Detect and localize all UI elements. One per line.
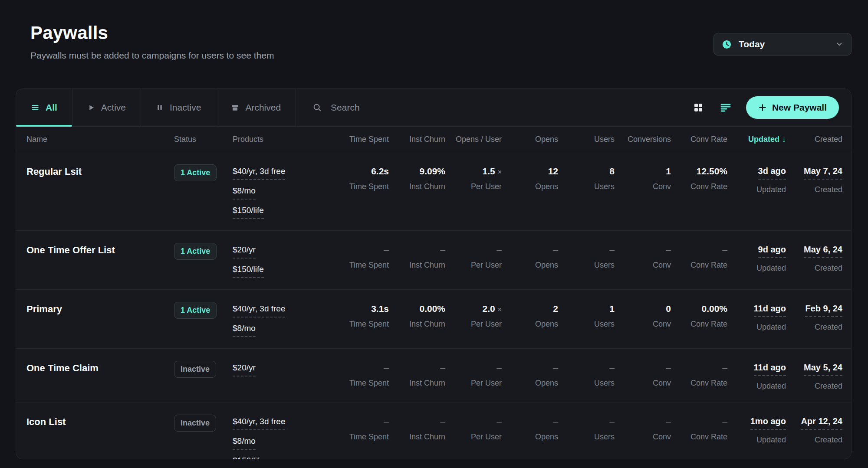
created-cell: May 5, 24Created — [786, 361, 842, 391]
updated-cell: 9d agoUpdated — [727, 243, 786, 278]
column-header-conversions[interactable]: Conversions — [615, 135, 671, 144]
updated-value[interactable]: 11d ago — [754, 304, 786, 317]
metric-label: Time Spent — [349, 432, 389, 442]
metric-label: Conv Rate — [690, 432, 727, 442]
column-header-users[interactable]: Users — [558, 135, 615, 144]
product-item[interactable]: $40/yr, 3d free — [233, 304, 285, 317]
period-selector[interactable]: Today — [713, 33, 852, 56]
metric-cell-time-spent: –Time Spent — [332, 415, 389, 459]
tab-archived[interactable]: Archived — [216, 89, 296, 126]
tab-inactive[interactable]: Inactive — [141, 89, 216, 126]
updated-cell: 3d agoUpdated — [727, 164, 786, 219]
column-header-opens[interactable]: Opens — [502, 135, 558, 144]
metric-value: 1 — [609, 304, 615, 314]
product-item[interactable]: $20/yr — [233, 245, 256, 259]
metric-cell-per-user: –Per User — [445, 415, 502, 459]
new-paywall-label: New Paywall — [772, 102, 827, 113]
search-input[interactable] — [330, 102, 514, 113]
column-header-products[interactable]: Products — [233, 135, 332, 144]
created-value[interactable]: Apr 12, 24 — [801, 416, 842, 430]
product-item[interactable]: $8/mo — [233, 324, 256, 337]
updated-value[interactable]: 9d ago — [758, 245, 786, 258]
updated-value[interactable]: 3d ago — [758, 166, 786, 180]
metric-cell-opens: –Opens — [502, 415, 558, 459]
tab-label: Inactive — [170, 102, 201, 113]
metric-cell-conv-rate: –Conv Rate — [671, 415, 727, 459]
product-item[interactable]: $40/yr, 3d free — [233, 417, 285, 430]
metric-empty: – — [722, 245, 727, 255]
table-row[interactable]: Icon ListInactive$40/yr, 3d free$8/mo$15… — [16, 403, 851, 459]
product-item[interactable]: $40/yr, 3d free — [233, 167, 285, 180]
created-value[interactable]: May 5, 24 — [804, 363, 842, 376]
metric-label: Inst Churn — [409, 379, 445, 388]
tab-all[interactable]: All — [16, 89, 72, 126]
product-item[interactable]: $8/mo — [233, 436, 256, 450]
paywall-name: One Time Claim — [26, 361, 174, 374]
updated-value[interactable]: 11d ago — [754, 363, 786, 376]
column-header-name[interactable]: Name — [26, 135, 174, 144]
created-label: Created — [815, 264, 842, 273]
metric-empty: – — [609, 416, 615, 426]
products-cell: $20/yr$150/life — [233, 243, 332, 278]
table-row[interactable]: One Time ClaimInactive$20/yr–Time Spent–… — [16, 349, 851, 403]
metric-label: Opens — [535, 182, 558, 191]
metric-value: 9.09% — [419, 166, 445, 177]
product-item[interactable]: $150/life — [233, 206, 264, 219]
status-badge: 1 Active — [174, 243, 217, 260]
product-item[interactable]: $20/yr — [233, 363, 256, 376]
product-item[interactable]: $150/life — [233, 265, 264, 278]
metric-cell-opens: –Opens — [502, 243, 558, 278]
updated-value[interactable]: 1mo ago — [750, 416, 786, 430]
metric-label: Conv — [653, 379, 671, 388]
metric-cell-conv: 0Conv — [615, 302, 671, 337]
play-icon — [87, 104, 95, 111]
metric-label: Users — [594, 379, 615, 388]
metric-empty: – — [666, 416, 671, 426]
metric-label: Inst Churn — [409, 320, 445, 329]
metric-cell-inst-churn: –Inst Churn — [389, 361, 445, 391]
metric-value: – — [722, 245, 727, 255]
updated-label: Updated — [756, 323, 786, 332]
metric-empty: – — [496, 363, 502, 373]
column-header-conv-rate[interactable]: Conv Rate — [671, 135, 727, 144]
created-value[interactable]: May 7, 24 — [804, 166, 842, 180]
table-row[interactable]: One Time Offer List1 Active$20/yr$150/li… — [16, 231, 851, 290]
column-header-time-spent[interactable]: Time Spent — [332, 135, 389, 144]
column-header-updated[interactable]: Updated↓ — [727, 135, 786, 144]
column-header-inst-churn[interactable]: Inst Churn — [389, 135, 445, 144]
page-subtitle: Paywalls must be added to campaigns for … — [30, 50, 274, 61]
metric-value-text: 8 — [609, 166, 615, 176]
metric-empty: – — [384, 416, 389, 426]
table-row[interactable]: Regular Lsit1 Active$40/yr, 3d free$8/mo… — [16, 152, 851, 231]
metric-value: – — [440, 363, 445, 373]
metric-label: Users — [594, 182, 615, 191]
product-item[interactable]: $8/mo — [233, 186, 256, 200]
metric-value: 12.50% — [697, 166, 727, 177]
column-header-created[interactable]: Created — [786, 135, 842, 144]
metric-label: Opens — [535, 379, 558, 388]
metric-label: Time Spent — [349, 379, 389, 388]
new-paywall-button[interactable]: New Paywall — [746, 96, 839, 119]
metric-cell-users: 8Users — [558, 164, 615, 219]
tab-active[interactable]: Active — [72, 89, 141, 126]
grid-view-button[interactable] — [691, 101, 705, 115]
metric-value: – — [609, 363, 615, 373]
created-value[interactable]: May 6, 24 — [804, 245, 842, 258]
metric-value: – — [384, 363, 389, 373]
created-value[interactable]: Feb 9, 24 — [805, 304, 842, 317]
metric-value: – — [666, 416, 671, 427]
metric-value: – — [609, 245, 615, 255]
page-title: Paywalls — [30, 23, 274, 43]
column-header-opens-user[interactable]: Opens / User — [445, 135, 502, 144]
metric-empty: – — [722, 363, 727, 373]
products-cell: $20/yr — [233, 361, 332, 391]
column-header-status[interactable]: Status — [174, 135, 233, 144]
list-view-button[interactable] — [718, 101, 733, 115]
metric-value-text: 0.00% — [701, 304, 727, 314]
paywall-name: Icon List — [26, 415, 174, 428]
metric-label: Inst Churn — [409, 432, 445, 442]
metric-value-text: 12 — [548, 166, 558, 176]
metric-value: – — [666, 363, 671, 373]
table-row[interactable]: Primary1 Active$40/yr, 3d free$8/mo3.1sT… — [16, 290, 851, 349]
product-item[interactable]: $150/life — [233, 456, 264, 459]
